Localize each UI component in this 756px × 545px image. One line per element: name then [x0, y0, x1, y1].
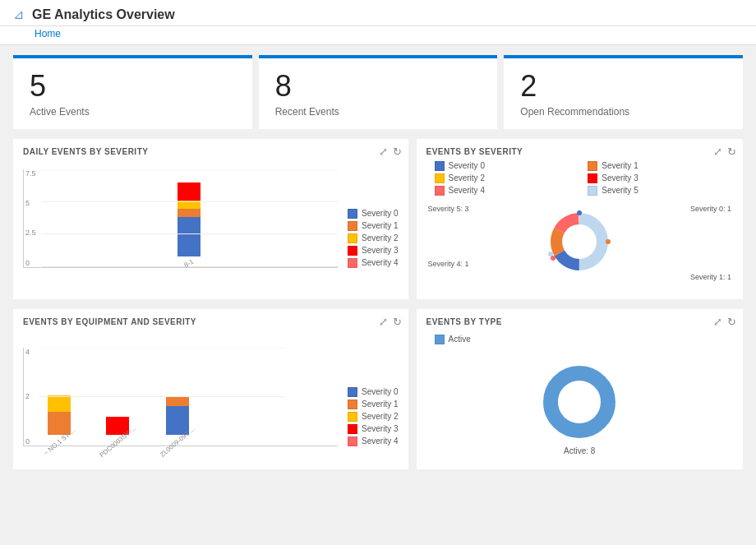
sev0-label: Severity 0: 1 [690, 205, 731, 213]
svg-point-9 [606, 239, 611, 244]
svg-point-10 [548, 252, 553, 256]
refresh-icon-2[interactable]: ↻ [727, 145, 736, 158]
daily-events-legend: Severity 0 Severity 1 Severity 2 Severit… [344, 209, 398, 268]
sev4-label: Severity 4: 1 [428, 260, 469, 268]
expand-icon[interactable]: ⤢ [379, 145, 388, 158]
type-legend: Active [426, 331, 734, 348]
daily-events-bar-area: 7.5 5 2.5 0 [23, 161, 399, 268]
bar-seg-sev0 [177, 217, 201, 256]
kpi-active-events-label: Active Events [30, 106, 236, 118]
legend-sev1: Severity 1 [348, 221, 398, 231]
daily-events-bar-inner: 7.5 5 2.5 0 [23, 169, 338, 268]
severity-legend-grid: Severity 0 Severity 1 Severity 2 Severit… [426, 161, 734, 196]
kpi-active-events-number: 5 [30, 70, 236, 103]
bar-label-8-1: 8-1 [183, 257, 196, 269]
type-donut-svg [538, 361, 620, 443]
y-axis: 7.5 5 2.5 0 [25, 169, 36, 267]
legend-sev4: Severity 4 [348, 258, 398, 268]
bar-seg-sev2 [177, 201, 201, 209]
sev5-label: Severity 5: 3 [428, 205, 469, 213]
equipment-bar-inner: 4 2 0 ~ NO.1 ST ... [23, 348, 338, 446]
equipment-chart: EVENTS BY EQUIPMENT AND SEVERITY ⤢ ↻ 4 2… [13, 309, 408, 469]
charts-row-1: DAILY EVENTS BY SEVERITY ⤢ ↻ 7.5 5 2.5 0 [0, 139, 756, 309]
events-by-type-chart: EVENTS BY TYPE ⤢ ↻ Active Active: 8 [417, 309, 744, 469]
refresh-icon-3[interactable]: ↻ [393, 316, 402, 328]
breadcrumb[interactable]: Home [0, 26, 756, 45]
equip-3: ZL0009-097 ... [156, 396, 199, 446]
svg-point-8 [577, 210, 582, 215]
expand-icon-2[interactable]: ⤢ [713, 145, 722, 158]
severity-donut-svg [546, 209, 612, 275]
svg-point-11 [551, 256, 555, 261]
expand-icon-4[interactable]: ⤢ [713, 316, 722, 328]
page-title: GE Analytics Overview [32, 7, 175, 22]
svg-point-15 [561, 384, 597, 420]
bar-seg-sev3 [177, 182, 201, 201]
kpi-recent-events-label: Recent Events [275, 106, 482, 118]
sev1-label: Severity 1: 1 [690, 273, 731, 281]
equip-y-axis: 4 2 0 [25, 348, 30, 446]
kpi-row: 5 Active Events 8 Recent Events 2 Open R… [0, 45, 756, 139]
daily-events-icons[interactable]: ⤢ ↻ [379, 145, 402, 158]
kpi-open-recommendations: 2 Open Recommendations [504, 55, 743, 129]
events-by-severity-title: EVENTS BY SEVERITY [426, 147, 734, 156]
legend-sev0: Severity 0 [348, 209, 398, 219]
events-by-severity-chart: EVENTS BY SEVERITY ⤢ ↻ Severity 0 Severi… [417, 139, 744, 299]
events-by-type-title: EVENTS BY TYPE [426, 317, 734, 326]
kpi-open-rec-label: Open Recommendations [520, 106, 726, 118]
daily-events-chart: DAILY EVENTS BY SEVERITY ⤢ ↻ 7.5 5 2.5 0 [13, 139, 408, 299]
kpi-recent-events-number: 8 [275, 70, 482, 103]
kpi-recent-events: 8 Recent Events [259, 55, 498, 129]
header: ⊿ GE Analytics Overview [0, 0, 756, 26]
charts-row-2: EVENTS BY EQUIPMENT AND SEVERITY ⤢ ↻ 4 2… [0, 309, 756, 479]
equipment-chart-icons[interactable]: ⤢ ↻ [379, 316, 402, 328]
bar-seg-sev1 [177, 209, 201, 217]
active-count-label: Active: 8 [564, 446, 595, 455]
daily-events-title: DAILY EVENTS BY SEVERITY [23, 147, 399, 156]
severity-donut-area: Severity 5: 3 Severity 0: 1 Severity 4: … [426, 201, 734, 283]
active-legend-label: Active [449, 335, 471, 344]
refresh-icon[interactable]: ↻ [393, 145, 402, 158]
legend-sev2: Severity 2 [348, 233, 398, 243]
expand-icon-3[interactable]: ⤢ [379, 316, 388, 328]
equipment-chart-title: EVENTS BY EQUIPMENT AND SEVERITY [23, 317, 399, 326]
legend-sev3: Severity 3 [348, 246, 398, 256]
equipment-bar-area: 4 2 0 ~ NO.1 ST ... [23, 331, 399, 446]
filter-icon[interactable]: ⊿ [13, 7, 24, 22]
type-donut-area: Active: 8 [426, 353, 734, 455]
kpi-open-rec-number: 2 [520, 70, 726, 103]
equipment-legend: Severity 0 Severity 1 Severity 2 Severit… [344, 387, 398, 446]
refresh-icon-4[interactable]: ↻ [727, 316, 736, 328]
equip-1: ~ NO.1 ST ... [40, 395, 79, 446]
events-by-severity-icons[interactable]: ⤢ ↻ [713, 145, 736, 158]
equip-2: PDC0003SV-... [95, 417, 140, 446]
kpi-active-events: 5 Active Events [13, 55, 252, 129]
events-by-type-icons[interactable]: ⤢ ↻ [713, 316, 736, 328]
